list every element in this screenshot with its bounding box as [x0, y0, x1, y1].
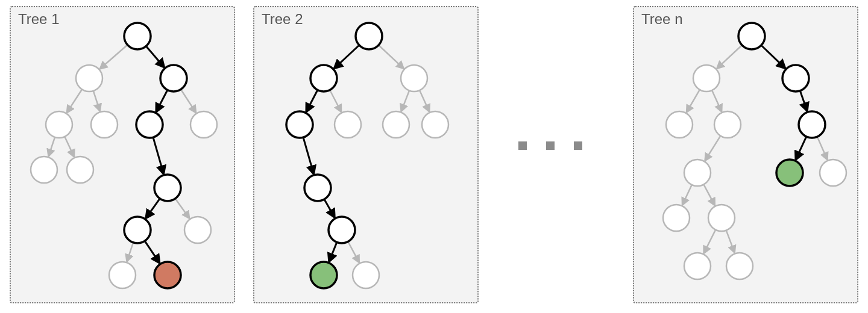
- tree-edge: [800, 91, 807, 111]
- tree-edge: [379, 45, 403, 69]
- tree-edge: [306, 90, 318, 112]
- tree-svg-n: [634, 7, 857, 302]
- tree-node-active: [799, 111, 825, 138]
- tree-node: [684, 253, 711, 279]
- tree-edge: [156, 90, 168, 112]
- tree-node: [91, 111, 118, 138]
- ellipsis-dot-icon: [546, 141, 555, 150]
- tree-node: [190, 111, 217, 138]
- tree-node: [820, 160, 846, 186]
- tree-edge: [303, 137, 313, 174]
- tree-node: [335, 111, 361, 138]
- tree-node-active: [782, 65, 809, 91]
- tree-edge: [682, 185, 692, 205]
- tree-node-active: [310, 65, 337, 91]
- tree-edge: [181, 89, 196, 112]
- tree-node: [663, 205, 690, 231]
- tree-edge: [64, 137, 74, 156]
- tree-edge: [687, 90, 700, 112]
- tree-edge: [796, 137, 807, 160]
- tree-edge: [348, 241, 359, 262]
- tree-edge: [324, 199, 335, 217]
- tree-panel-n: Tree n: [633, 6, 858, 303]
- tree-node-active: [160, 65, 187, 91]
- tree-node: [383, 111, 409, 138]
- tree-edge: [817, 137, 828, 160]
- tree-svg-2: [254, 7, 477, 302]
- tree-edge: [712, 90, 722, 111]
- tree-node-active: [124, 217, 151, 243]
- tree-edge: [127, 243, 133, 261]
- tree-edge: [145, 241, 159, 263]
- tree-edge: [703, 184, 714, 205]
- tree-edge: [329, 242, 337, 261]
- tree-svg-1: [11, 7, 234, 302]
- tree-node-active: [136, 111, 163, 138]
- tree-node: [76, 65, 102, 91]
- tree-node: [684, 160, 711, 186]
- tree-node-leaf-green: [310, 262, 337, 288]
- tree-node-active: [286, 111, 313, 138]
- tree-node-active: [356, 23, 382, 49]
- tree-edge: [420, 90, 429, 111]
- tree-node: [184, 217, 211, 243]
- tree-node: [708, 205, 735, 231]
- tree-node-active: [154, 175, 181, 201]
- tree-node: [666, 111, 693, 138]
- tree-node: [109, 262, 136, 288]
- tree-node-active: [304, 175, 331, 201]
- tree-edge: [153, 137, 163, 174]
- tree-node: [726, 253, 753, 279]
- diagram-stage: Tree 1 Tree 2 Tree n: [0, 0, 868, 313]
- tree-node: [401, 65, 427, 91]
- ellipsis-dot-icon: [574, 141, 582, 150]
- tree-edge: [146, 199, 160, 218]
- ellipsis-dot-icon: [518, 141, 527, 150]
- tree-edge: [401, 90, 409, 111]
- tree-panel-1: Tree 1: [10, 6, 235, 303]
- tree-node-leaf-red: [154, 262, 181, 288]
- tree-edge: [330, 90, 341, 112]
- tree-node: [422, 111, 448, 138]
- tree-edge: [717, 45, 742, 69]
- tree-panel-2: Tree 2: [253, 6, 479, 303]
- tree-node: [353, 262, 379, 288]
- tree-node-active: [329, 217, 355, 243]
- tree-edge: [726, 231, 735, 253]
- tree-edge: [335, 45, 359, 69]
- tree-edge: [761, 45, 785, 68]
- tree-edge: [704, 230, 715, 253]
- tree-edge: [67, 89, 82, 112]
- tree-node: [693, 65, 720, 91]
- tree-edge: [49, 137, 55, 156]
- tree-node-active: [738, 23, 765, 49]
- tree-node: [46, 111, 72, 138]
- tree-edge: [146, 46, 164, 67]
- tree-node-active: [124, 23, 151, 49]
- tree-node: [714, 111, 741, 138]
- tree-edge: [93, 91, 100, 111]
- ellipsis-dots: [518, 141, 582, 150]
- tree-edge: [175, 199, 189, 218]
- tree-edge: [100, 45, 127, 69]
- tree-node-leaf-green: [776, 160, 803, 186]
- tree-node: [31, 156, 57, 183]
- tree-edge: [705, 136, 721, 161]
- tree-node: [67, 156, 93, 183]
